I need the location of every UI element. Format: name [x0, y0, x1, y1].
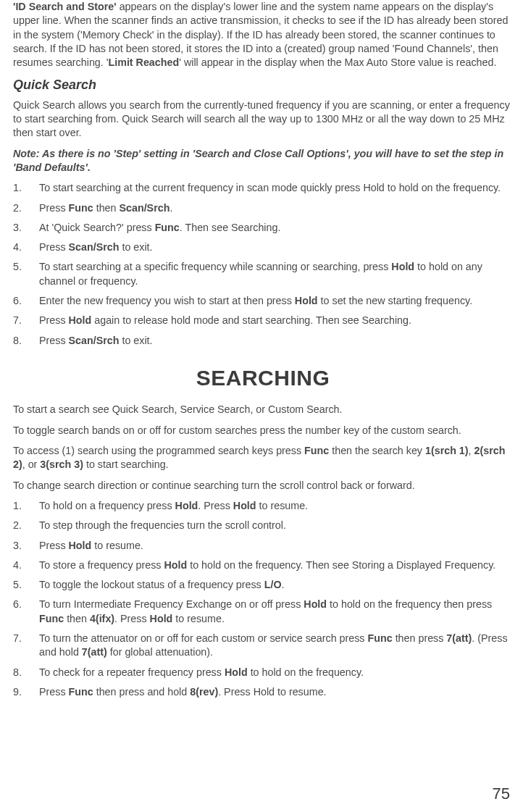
searching-paragraph-1: To start a search see Quick Search, Serv…	[13, 403, 513, 417]
list-item: To turn Intermediate Frequency Exchange …	[13, 598, 513, 626]
page-number: 75	[493, 783, 510, 805]
list-item: To check for a repeater frequency press …	[13, 666, 513, 679]
list-item: Press Hold to resume.	[13, 539, 513, 553]
list-item: To turn the attenuator on or off for eac…	[13, 632, 513, 660]
list-item: To start searching at a specific frequen…	[13, 260, 513, 288]
quick-search-list: To start searching at the current freque…	[13, 181, 513, 348]
list-item: To hold on a frequency press Hold. Press…	[13, 499, 513, 513]
quick-search-note: Note: As there is no 'Step' setting in '…	[13, 147, 513, 175]
list-item: To step through the frequencies turn the…	[13, 519, 513, 532]
list-item: Press Func then Scan/Srch.	[13, 201, 513, 215]
list-item: To store a frequency press Hold to hold …	[13, 558, 513, 572]
list-item: To start searching at the current freque…	[13, 181, 513, 195]
intro-paragraph: 'ID Search and Store' appears on the dis…	[13, 0, 513, 70]
list-item: Press Hold again to release hold mode an…	[13, 314, 513, 327]
list-item: To toggle the lockout status of a freque…	[13, 578, 513, 592]
list-item: Press Func then press and hold 8(rev). P…	[13, 685, 513, 699]
list-item: Press Scan/Srch to exit.	[13, 334, 513, 348]
list-item: At 'Quick Search?' press Func. Then see …	[13, 221, 513, 235]
searching-list: To hold on a frequency press Hold. Press…	[13, 499, 513, 699]
searching-paragraph-3: To access (1) search using the programme…	[13, 444, 513, 472]
quick-search-paragraph-1: Quick Search allows you search from the …	[13, 99, 513, 141]
list-item: Enter the new frequency you wish to star…	[13, 294, 513, 308]
quick-search-heading: Quick Search	[13, 76, 513, 93]
list-item: Press Scan/Srch to exit.	[13, 240, 513, 254]
searching-heading: SEARCHING	[13, 364, 513, 393]
searching-paragraph-2: To toggle search bands on or off for cus…	[13, 424, 513, 438]
searching-paragraph-4: To change search direction or continue s…	[13, 479, 513, 493]
